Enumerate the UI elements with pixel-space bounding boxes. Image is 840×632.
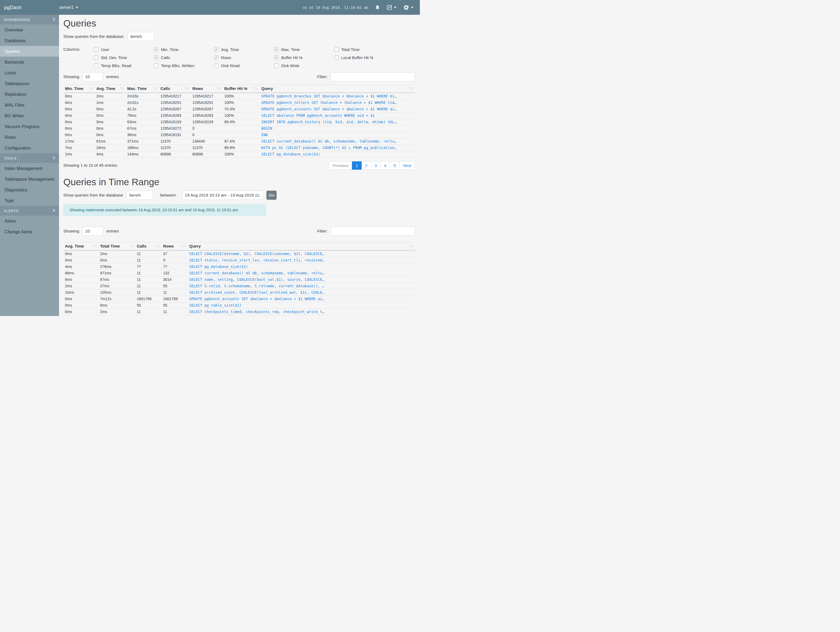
sidebar-item-backends[interactable]: Backends [0,57,59,67]
query-link[interactable]: SELECT current_database() AS db, scheman… [189,271,324,275]
sidebar-item-bg-writer[interactable]: BG Writer [0,110,59,121]
checkbox-disk-read[interactable] [214,63,219,68]
checkbox-avg-time[interactable]: ✓ [214,47,219,52]
checkbox-total-time[interactable] [334,47,339,52]
entries-count-input-2[interactable] [82,227,103,236]
checkbox-disk-write[interactable] [274,63,279,68]
app-logo[interactable]: pgDash [4,5,59,11]
query-link[interactable]: SELECT S.relid, S.schemaname, S.relname,… [189,284,324,288]
sidebar-section-alerts[interactable]: ALERTS [0,206,59,215]
query-link[interactable]: UPDATE pgbench_accounts SET abalance = a… [261,107,396,111]
query-link[interactable]: SELECT current_database() AS db, scheman… [261,139,396,143]
value-cell: 1295418267 [159,106,191,112]
query-link[interactable]: SELECT archived_count, COALESCE(last_arc… [189,290,324,295]
columns-label: Columns: [63,46,94,68]
sidebar-item-configuration[interactable]: Configuration [0,143,59,153]
sidebar-section-tools[interactable]: TOOLS [0,153,59,163]
query-link[interactable]: END [261,133,268,137]
checkbox-temp-blks-read[interactable] [94,63,98,68]
sidebar-item-change-alerts[interactable]: Change Alerts [0,227,59,237]
column-header-label: Rows [163,244,174,248]
server-dropdown[interactable]: server1 [59,5,78,10]
value-cell: 2m33s [126,93,159,100]
pagination-page-4[interactable]: 4 [381,162,390,169]
column-header-rows[interactable]: ↑↓Rows [161,242,188,250]
checkbox-buffer-hit[interactable]: ✓ [274,55,279,60]
query-link[interactable]: SELECT pg_table_size($1) [189,303,242,307]
column-header-max-time[interactable]: ↑↓Max. Time [126,85,159,93]
checkbox-std-dev-time[interactable] [94,55,98,60]
sidebar-item-queries[interactable]: Queries [0,46,59,57]
filter-input[interactable] [330,72,415,81]
sidebar-item-databases[interactable]: Databases [0,35,59,46]
column-header-avg-time[interactable]: ↑↓Avg. Time [95,85,126,93]
checkbox-user[interactable] [94,47,98,52]
column-header-min-time[interactable]: ↑↓Min. Time [63,85,95,93]
column-header-buffer-hit[interactable]: ↑↓Buffer Hit % [223,85,260,93]
sidebar-item-tablespaces[interactable]: Tablespaces [0,78,59,89]
query-link[interactable]: UPDATE pgbench_accounts SET abalance = a… [189,297,324,301]
database-input[interactable] [128,32,154,41]
table-row: 8ms87ms113014SELECT name, setting, COALE… [63,277,415,283]
column-header-rows[interactable]: ↑↓Rows [191,85,223,93]
pagination-page-2[interactable]: 2 [362,162,371,169]
query-link[interactable]: UPDATE pgbench_branches SET bbalance = b… [261,94,396,98]
sidebar-item-vacuum-progress[interactable]: Vacuum Progress [0,121,59,132]
query-link[interactable]: SELECT abalance FROM pgbench_accounts WH… [261,113,375,117]
column-header-query[interactable]: ↑↓Query [260,85,415,93]
column-header-label: Calls [137,244,147,248]
sidebar-item-tablespace-management[interactable]: Tablespace Management [0,174,59,184]
query-cell: UPDATE pgbench_accounts SET abalance = a… [188,296,415,302]
filter-input-2[interactable] [330,227,415,236]
query-link[interactable]: WITH pc AS (SELECT pubname, COUNT(*) AS … [261,146,396,150]
query-link[interactable]: INSERT INTO pgbench_history (tid, bid, a… [261,120,396,124]
pagination-page-1[interactable]: 1 [352,162,362,169]
query-link[interactable]: SELECT COALESCE(datname, $2), COALESCE(u… [189,252,324,256]
query-link[interactable]: UPDATE pgbench_tellers SET tbalance = tb… [261,100,396,105]
pagination-page-5[interactable]: 5 [390,162,399,169]
sidebar-section-dashboards[interactable]: DASHBOARDS [0,15,59,24]
query-link[interactable]: SELECT pg_database_size($1) [189,265,248,269]
sidebar-item-alerts[interactable]: Alerts [0,215,59,227]
sidebar-item-top-k[interactable]: Top k [0,195,59,206]
charts-dropdown[interactable] [387,5,396,10]
checkbox-column: Total TimeLocal Buffer Hit % [334,46,395,68]
sidebar-item-roles[interactable]: Roles [0,132,59,143]
sidebar-item-overview[interactable]: Overview [0,24,59,35]
checkbox-local-buffer-hit[interactable] [334,55,339,60]
time-range-input[interactable] [182,191,264,200]
sidebar-item-index-management[interactable]: Index Management [0,163,59,174]
settings-dropdown[interactable] [404,5,414,10]
checkbox-label: Min. Time [161,47,178,52]
pagination-page-3[interactable]: 3 [371,162,381,169]
checkbox-max-time[interactable]: ✓ [274,47,279,52]
checkbox-temp-blks-written[interactable] [154,63,159,68]
sidebar-item-wal-files[interactable]: WAL Files [0,100,59,110]
value-cell: 2m31s [126,100,159,106]
pagination-previous[interactable]: Previous [329,162,352,169]
value-cell: 105ms [98,290,135,296]
pagination-next[interactable]: Next [399,162,415,169]
sidebar-item-diagnostics[interactable]: Diagnostics [0,184,59,195]
entries-count-input[interactable] [82,72,103,81]
notifications-button[interactable] [375,5,380,10]
query-link[interactable]: BEGIN [261,126,272,130]
query-link[interactable]: SELECT name, setting, COALESCE(boot_val,… [189,277,324,282]
database-input-2[interactable] [126,191,153,200]
checkbox-min-time[interactable]: ✓ [154,47,159,52]
checkbox-rows[interactable]: ✓ [214,55,219,60]
column-header-query[interactable]: ↑↓Query [188,242,415,250]
column-header-calls[interactable]: ↑↓Calls [135,242,161,250]
query-link[interactable]: SELECT status, receive_start_lsn, receiv… [189,258,324,262]
sidebar-item-replication[interactable]: Replication [0,89,59,100]
column-option-temp-blks-read: Temp Blks. Read [94,63,154,68]
sidebar-item-locks[interactable]: Locks [0,67,59,78]
go-button[interactable]: Go [267,191,277,200]
column-header-avg-time[interactable]: ↑↓Avg. Time [63,242,98,250]
checkbox-calls[interactable]: ✓ [154,55,159,60]
query-link[interactable]: SELECT pg_database_size($1) [261,152,320,156]
column-option-local-buffer-hit: Local Buffer Hit % [334,54,395,60]
column-header-calls[interactable]: ↑↓Calls [159,85,191,93]
column-header-total-time[interactable]: ↑↓Total Time [98,242,135,250]
query-link[interactable]: SELECT checkpoints_timed, checkpoints_re… [189,310,324,314]
